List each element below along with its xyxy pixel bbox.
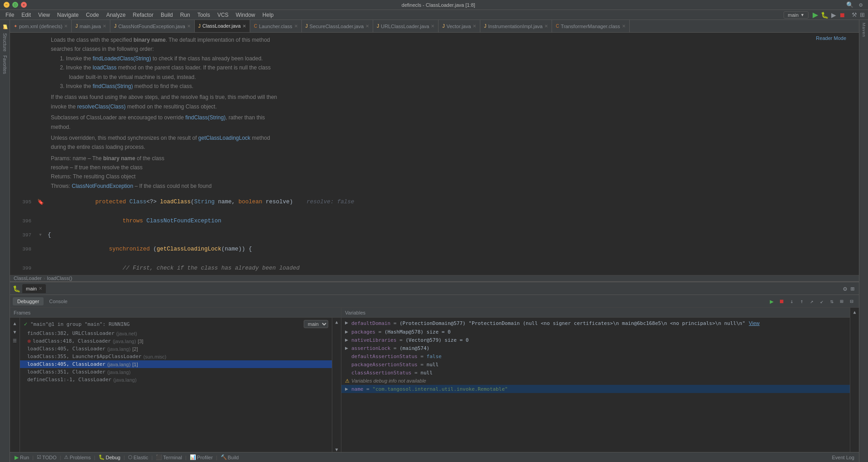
status-run-btn[interactable]: ▶ Run [13,453,31,462]
frame-item-loadclass405-2[interactable]: loadClass:405, ClassLoader (java.lang) [… [20,345,332,353]
right-sidebar-vertical-text[interactable]: Maven [862,23,866,37]
fold-icon-397[interactable]: ▼ [39,233,41,237]
frame-item-loadclass355[interactable]: loadClass:355, Launcher$AppClassLoader (… [20,353,332,360]
var-expand-packages[interactable]: ▶ [345,329,350,334]
var-packageassertionstatus[interactable]: packageAssertionStatus = null [341,360,850,369]
tab-instrumentation-close[interactable]: ✕ [544,24,548,29]
tab-instrumentation[interactable]: J InstrumentationImpl.java ✕ [480,20,552,32]
tab-debugger[interactable]: Debugger [13,297,44,305]
debug-stepout-btn[interactable]: ↗ [807,297,816,306]
debug-more1-btn[interactable]: ⊞ [837,297,846,306]
build-icon[interactable]: ⚒ [850,10,858,19]
run-config-selector[interactable]: main ▼ [784,11,809,19]
tab-pom-xml[interactable]: ✦ pom.xml (definecls) ✕ [10,20,72,32]
var-expand-name[interactable]: ▶ [345,387,350,391]
window-maximize-btn[interactable]: □ [12,2,18,8]
run-with-coverage-btn[interactable]: ▶ [830,10,838,20]
tab-launcher-close[interactable]: ✕ [294,24,298,29]
debug-settings-icon[interactable]: ⚙ [841,284,848,293]
window-close-btn[interactable]: ✕ [21,2,27,8]
frame-item-loadclass405-1[interactable]: loadClass:405, ClassLoader (java.lang) [… [20,360,332,368]
var-defaultdomain[interactable]: ▶ defaultDomain = (ProtectionDomain@577)… [341,319,850,328]
breadcrumb-method[interactable]: loadClass() [47,275,72,281]
var-packages[interactable]: ▶ packages = (HashMap@578) size = 0 [341,328,850,336]
search-icon[interactable]: 🔍 [844,0,855,9]
menu-help[interactable]: Help [259,11,277,19]
menu-window[interactable]: Window [232,11,259,19]
tab-urlclassloader-close[interactable]: ✕ [431,24,434,29]
frame-item-defineclass[interactable]: defineClass1:-1, ClassLoader (java.lang) [20,376,332,383]
tab-secureclassloader[interactable]: J SecureClassLoader.java ✕ [302,20,373,32]
status-build-btn[interactable]: 🔨 Build [219,453,241,461]
debug-expand-icon[interactable]: ⊞ [849,284,856,293]
debug-runtocursor-btn[interactable]: ↙ [817,297,826,306]
var-classassertionstatus[interactable]: classAssertionStatus = null [341,369,850,377]
status-todo-btn[interactable]: ☑ TODO [35,453,59,461]
debug-main-tab[interactable]: main ✕ [22,284,46,293]
frame-down-btn[interactable]: ▼ [11,328,19,335]
status-debug-btn[interactable]: 🐛 Debug [97,453,122,461]
menu-analyze[interactable]: Analyze [103,11,129,19]
thread-selector[interactable]: main [304,320,328,328]
tab-classloader-close[interactable]: ✕ [242,24,246,29]
debug-stepinto-btn[interactable]: ↑ [797,297,806,306]
var-expand-defaultdomain[interactable]: ▶ [345,320,350,325]
debug-more2-btn[interactable]: ⊟ [847,297,856,306]
var-defaultassertionsstatus[interactable]: defaultAssertionStatus = false [341,352,850,360]
var-nativelibraries[interactable]: ▶ nativeLibraries = (Vector@579) size = … [341,336,850,344]
tab-classnotfound-close[interactable]: ✕ [187,24,191,29]
status-terminal-btn[interactable]: ⬛ Terminal [154,453,184,461]
var-assertionlock[interactable]: ▶ assertionLock = (main@574) [341,344,850,352]
tab-classnotfound[interactable]: J ClassNotFoundException.java ✕ [110,20,194,32]
var-name[interactable]: ▶ name = "com.tangosol.internal.util.inv… [341,385,850,393]
tab-pom-close[interactable]: ✕ [64,24,68,29]
menu-view[interactable]: View [35,11,54,19]
stop-btn[interactable]: ⏹ [838,10,847,20]
debug-stepover-btn[interactable]: ↓ [787,297,796,306]
debug-btn[interactable]: 🐛 [819,10,830,20]
tab-urlclassloader[interactable]: J URLClassLoader.java ✕ [373,20,439,32]
menu-refactor[interactable]: Refactor [129,11,157,19]
sidebar-structure-icon[interactable]: Structure [1,32,8,53]
frame-scroll-down[interactable]: ▼ [335,447,338,452]
debug-resume-btn[interactable]: ▶ [767,297,776,306]
menu-navigate[interactable]: Navigate [54,11,82,19]
reader-mode-btn[interactable]: Reader Mode [816,35,846,41]
tab-vector[interactable]: J Vector.java ✕ [439,20,480,32]
frame-filter-btn[interactable]: ☰ [11,337,19,344]
status-elastic-btn[interactable]: ⬡ Elastic [126,453,150,461]
tab-classloader[interactable]: J ClassLoader.java ✕ [195,20,250,33]
frame-item-findclass[interactable]: findClass:382, URLClassLoader (java.net) [20,329,332,337]
sidebar-project-icon[interactable]: 📁 [1,23,9,31]
frame-item-loadclass351[interactable]: loadClass:351, ClassLoader (java.lang) [20,368,332,376]
frame-item-loadclass418[interactable]: ⊗ loadClass:418, ClassLoader (java.lang)… [20,337,332,345]
tab-main-close[interactable]: ✕ [103,24,106,29]
thread-group-header[interactable]: ✓ "main"@1 in group "main": RUNNING main [20,319,332,329]
menu-vcs[interactable]: VCS [214,11,232,19]
status-profiler-btn[interactable]: 📊 Profiler [188,453,215,461]
var-expand-assertionlock[interactable]: ▶ [345,346,350,350]
frame-scroll-up[interactable]: ▲ [335,319,338,324]
status-problems-btn[interactable]: ⚠ Problems [62,453,92,461]
menu-file[interactable]: File [2,11,18,19]
tab-console[interactable]: Console [44,297,72,305]
tab-transformermanager[interactable]: C TransformerManager.class ✕ [552,20,630,32]
run-btn[interactable]: ▶ [811,10,819,20]
settings-gear-icon[interactable]: ⚙ [857,0,864,9]
bookmark-icon-395[interactable]: 🔖 [37,199,44,206]
view-link-defaultdomain[interactable]: View [749,320,760,326]
tab-secureclassloader-close[interactable]: ✕ [365,24,369,29]
tab-transformermanager-close[interactable]: ✕ [622,24,626,29]
tab-launcher[interactable]: C Launcher.class ✕ [250,20,302,32]
tab-main-java[interactable]: J main.java ✕ [72,20,110,32]
debug-stop-btn[interactable]: ⏹ [777,297,786,306]
status-event-log[interactable]: Event Log [830,454,856,461]
menu-code[interactable]: Code [82,11,103,19]
var-expand-native[interactable]: ▶ [345,338,350,342]
menu-tools[interactable]: Tools [194,11,214,19]
menu-edit[interactable]: Edit [18,11,35,19]
layout-icon[interactable]: ⊞ [858,10,866,19]
debug-tab-close[interactable]: ✕ [39,286,42,291]
tab-vector-close[interactable]: ✕ [473,24,476,29]
window-minimize-btn[interactable]: − [4,2,10,8]
